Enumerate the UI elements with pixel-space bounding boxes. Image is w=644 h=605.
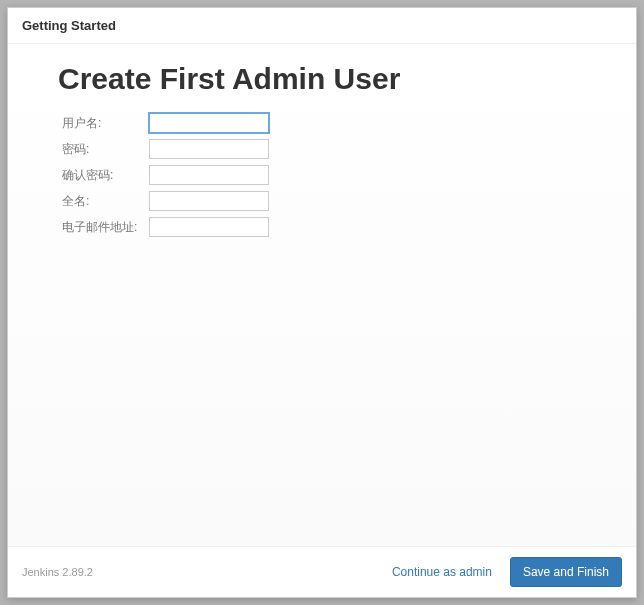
version-text: Jenkins 2.89.2 [22,566,93,578]
username-label: 用户名: [58,110,145,136]
email-label: 电子邮件地址: [58,214,145,240]
form-row-username: 用户名: [58,110,273,136]
fullname-label: 全名: [58,188,145,214]
password-input[interactable] [149,139,269,159]
fullname-input[interactable] [149,191,269,211]
page-heading: Create First Admin User [58,62,586,96]
confirm-password-input[interactable] [149,165,269,185]
form-row-fullname: 全名: [58,188,273,214]
username-input[interactable] [149,113,269,133]
save-and-finish-button[interactable]: Save and Finish [510,557,622,587]
password-label: 密码: [58,136,145,162]
confirm-password-label: 确认密码: [58,162,145,188]
admin-user-form: 用户名: 密码: 确认密码: 全名: [58,110,273,240]
modal-title: Getting Started [22,18,622,33]
modal-body: Create First Admin User 用户名: 密码: 确认密码: [8,44,636,546]
form-row-password: 密码: [58,136,273,162]
modal-header: Getting Started [8,8,636,44]
form-row-confirm-password: 确认密码: [58,162,273,188]
modal-footer: Jenkins 2.89.2 Continue as admin Save an… [8,546,636,597]
form-row-email: 电子邮件地址: [58,214,273,240]
continue-as-admin-button[interactable]: Continue as admin [380,559,504,585]
setup-wizard-modal: Getting Started Create First Admin User … [7,7,637,598]
email-input[interactable] [149,217,269,237]
